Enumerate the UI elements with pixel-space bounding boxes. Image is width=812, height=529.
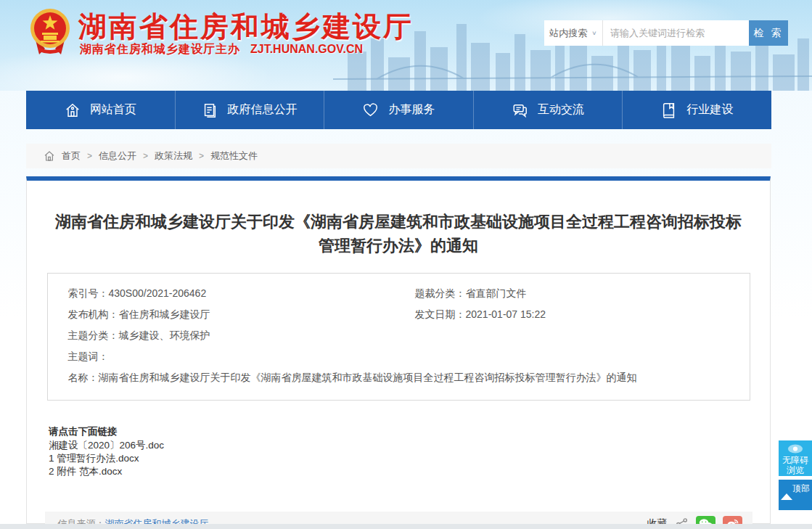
back-to-top-button[interactable]: 顶部: [779, 480, 812, 510]
site-sponsor: 湖南省住房和城乡建设厅主办: [80, 43, 240, 55]
article-meta-box: 索引号：430S00/2021-206462 题裁分类：省直部门文件 发布机构：…: [47, 273, 750, 401]
book-icon: [661, 102, 677, 118]
article-title: 湖南省住房和城乡建设厅关于印发《湖南省房屋建筑和市政基础设施项目全过程工程咨询招…: [54, 210, 743, 258]
nav-label: 行业建设: [686, 102, 733, 118]
breadcrumb-separator: >: [143, 151, 148, 161]
arrow-up-icon: [781, 483, 792, 500]
search-button[interactable]: 检 索: [749, 20, 788, 46]
meta-keywords: 主题词：: [68, 346, 415, 367]
nav-item-interaction[interactable]: 互动交流: [473, 91, 623, 129]
nav-item-home[interactable]: 网站首页: [26, 91, 175, 129]
meta-index: 索引号：430S00/2021-206462: [68, 283, 415, 304]
meta-publisher: 发布机构：省住房和城乡建设厅: [68, 304, 415, 325]
nav-item-services[interactable]: 办事服务: [324, 91, 473, 129]
links-heading: 请点击下面链接: [49, 425, 770, 438]
search-scope-select[interactable]: 站内搜索 ∨: [544, 20, 603, 46]
breadcrumb-item-normative-docs[interactable]: 规范性文件: [210, 149, 258, 163]
home-icon: [65, 102, 81, 118]
home-icon: [44, 150, 55, 162]
main-nav: 网站首页 政府信息公开 办事服务 互动交流 行业建设: [26, 91, 771, 129]
nav-label: 政府信息公开: [227, 102, 297, 118]
breadcrumb-separator: >: [199, 151, 204, 161]
nav-label: 办事服务: [388, 102, 435, 118]
document-icon: [202, 102, 218, 118]
nav-label: 网站首页: [90, 102, 136, 118]
chat-icon: [512, 102, 528, 118]
breadcrumb-item-info[interactable]: 信息公开: [99, 149, 136, 163]
breadcrumb-item-home[interactable]: 首页: [62, 149, 81, 163]
breadcrumb-separator: >: [87, 151, 92, 161]
national-emblem-logo: [29, 5, 71, 57]
site-subtitle: 湖南省住房和城乡建设厅主办ZJT.HUNAN.GOV.CN: [80, 42, 363, 57]
site-header: 湖南省住房和城乡建设厅 湖南省住房和城乡建设厅主办ZJT.HUNAN.GOV.C…: [0, 0, 812, 91]
nav-label: 互动交流: [538, 102, 584, 118]
nav-item-gov-info[interactable]: 政府信息公开: [175, 91, 324, 129]
attachment-link-measures[interactable]: 1 管理暂行办法.docx: [49, 452, 770, 465]
breadcrumb: 首页 > 信息公开 > 政策法规 > 规范性文件: [26, 144, 771, 168]
attachment-link-doc[interactable]: 湘建设〔2020〕206号.doc: [49, 439, 770, 452]
site-search: 站内搜索 ∨ 检 索: [544, 20, 788, 46]
meta-title: 名称：湖南省住房和城乡建设厅关于印发《湖南省房屋建筑和市政基础设施项目全过程工程…: [68, 367, 742, 388]
attachment-link-template[interactable]: 2 附件 范本.docx: [49, 465, 770, 478]
meta-topic-category: 主题分类：城乡建设、环境保护: [68, 325, 415, 346]
meta-genre: 题裁分类：省直部门文件: [415, 283, 742, 304]
article-container: 湖南省住房和城乡建设厅关于印发《湖南省房屋建筑和市政基础设施项目全过程工程咨询招…: [26, 176, 771, 524]
chevron-down-icon: ∨: [591, 30, 596, 36]
accessibility-label: 无障碍浏览: [782, 455, 808, 475]
eye-icon: [787, 444, 803, 454]
site-url: ZJT.HUNAN.GOV.CN: [250, 43, 363, 55]
top-label: 顶部: [792, 483, 810, 493]
nav-item-industry[interactable]: 行业建设: [622, 91, 771, 129]
page-bottom-strip: [0, 524, 812, 529]
breadcrumb-item-policy[interactable]: 政策法规: [155, 149, 192, 163]
accessibility-button[interactable]: 无障碍浏览: [779, 440, 812, 476]
search-input[interactable]: [603, 20, 749, 46]
heart-icon: [362, 102, 379, 118]
attachment-links: 请点击下面链接 湘建设〔2020〕206号.doc 1 管理暂行办法.docx …: [49, 425, 770, 478]
search-scope-label: 站内搜索: [549, 27, 587, 40]
meta-pub-date: 发文日期：2021-01-07 15:22: [415, 304, 742, 325]
site-title: 湖南省住房和城乡建设厅: [78, 7, 414, 46]
